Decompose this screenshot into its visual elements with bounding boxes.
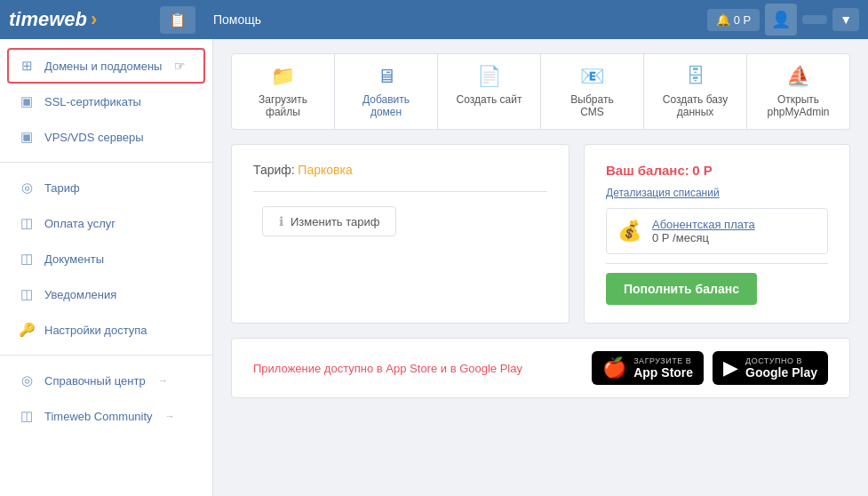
ssl-icon: ▣ — [18, 93, 36, 109]
sidebar-item-documents-label: Документы — [44, 252, 104, 266]
googleplay-text: Доступно в Google Play — [745, 356, 817, 380]
footer-text: Приложение доступно в App Store и в Goog… — [253, 362, 522, 375]
help-label: Помощь — [204, 12, 698, 27]
subscription-name[interactable]: Абонентская плата — [652, 218, 755, 231]
community-arrow: → — [165, 411, 175, 421]
googleplay-sub: Доступно в — [745, 356, 817, 365]
phpmyadmin-icon: ⛵ — [786, 65, 810, 88]
apple-icon: 🍎 — [602, 356, 626, 380]
documents-icon: ◫ — [18, 251, 36, 267]
sidebar-item-vps-label: VPS/VDS серверы — [44, 131, 144, 144]
balance-amount: 0 Р — [692, 163, 713, 178]
action-upload[interactable]: 📁 Загрузитьфайлы — [232, 54, 335, 129]
action-create-db[interactable]: 🗄 Создать базуданных — [644, 54, 747, 129]
header-right: 🔔 0 Р 👤 ▼ — [707, 4, 859, 36]
balance-value: 0 Р — [734, 13, 752, 27]
domains-icon: ⊞ — [18, 58, 36, 74]
sidebar-item-ssl-label: SSL-сертификаты — [44, 95, 141, 108]
sidebar-item-domains[interactable]: ⊞ Домены и поддомены — [7, 48, 205, 84]
payment-icon: ◫ — [18, 215, 36, 231]
header-dropdown-btn[interactable]: ▼ — [832, 8, 859, 31]
main-content: 📁 Загрузитьфайлы 🖥 Добавитьдомен 📄 Созда… — [213, 39, 868, 496]
action-phpmyadmin-label: ОткрытьphpMyAdmin — [767, 93, 829, 118]
info-icon: ℹ — [279, 214, 283, 228]
subscription-price: 0 Р /месяц — [652, 231, 755, 244]
tariff-label: Тариф: — [253, 163, 295, 177]
tariff-card: Тариф: Парковка ℹ Изменить тариф — [231, 144, 569, 324]
sidebar-item-community[interactable]: ◫ Timeweb Community → — [0, 398, 212, 434]
action-choose-cms-label: Выбрать CMS — [559, 93, 625, 118]
add-domain-icon: 🖥 — [377, 65, 396, 88]
notes-icon: 📋 — [169, 12, 187, 28]
googleplay-name: Google Play — [745, 365, 817, 380]
balance-card: Ваш баланс: 0 Р Детализация списаний 💰 А… — [584, 144, 850, 324]
tariff-name: Парковка — [298, 163, 352, 177]
header-balance: 🔔 0 Р — [707, 9, 760, 31]
username-display — [802, 15, 827, 24]
change-tariff-label: Изменить тариф — [291, 215, 379, 228]
action-upload-label: Загрузитьфайлы — [259, 93, 307, 118]
tariff-title: Тариф: Парковка — [253, 163, 547, 177]
sidebar-divider-2 — [0, 355, 212, 356]
action-add-domain[interactable]: 🖥 Добавитьдомен — [335, 54, 438, 129]
store-badges: 🍎 Загрузите в App Store ▶ Доступно в Goo… — [592, 351, 828, 385]
avatar: 👤 — [765, 4, 797, 36]
topup-button[interactable]: Пополнить баланс — [606, 273, 757, 305]
googleplay-icon: ▶ — [723, 356, 738, 380]
sidebar-item-access-label: Настройки доступа — [44, 324, 147, 337]
action-create-site-label: Создать сайт — [457, 93, 522, 106]
upload-icon: 📁 — [271, 65, 295, 88]
action-create-site[interactable]: 📄 Создать сайт — [438, 54, 541, 129]
vps-icon: ▣ — [18, 129, 36, 145]
sidebar-item-documents[interactable]: ◫ Документы — [0, 241, 212, 276]
googleplay-badge[interactable]: ▶ Доступно в Google Play — [713, 351, 828, 385]
access-icon: 🔑 — [18, 322, 36, 338]
appstore-sub: Загрузите в — [633, 356, 693, 365]
sidebar-item-payment[interactable]: ◫ Оплата услуг — [0, 205, 212, 241]
sidebar-item-tariff[interactable]: ◎ Тариф — [0, 170, 212, 205]
choose-cms-icon: 📧 — [580, 65, 604, 88]
sidebar-item-notifications[interactable]: ◫ Уведомления — [0, 276, 212, 312]
create-site-icon: 📄 — [477, 65, 501, 88]
balance-detail-link[interactable]: Детализация списаний — [606, 187, 828, 199]
appstore-text: Загрузите в App Store — [633, 356, 693, 380]
footer-bar: Приложение доступно в App Store и в Goog… — [231, 338, 850, 398]
notifications-icon: ◫ — [18, 286, 36, 302]
help-arrow: → — [158, 375, 168, 386]
sidebar-item-ssl[interactable]: ▣ SSL-сертификаты — [0, 84, 212, 119]
logo-arrow: › — [91, 8, 97, 31]
help-icon: ◎ — [18, 372, 36, 388]
appstore-badge[interactable]: 🍎 Загрузите в App Store — [592, 351, 704, 385]
sidebar-section-main: ⊞ Домены и поддомены ▣ SSL-сертификаты ▣… — [0, 48, 212, 155]
sidebar-item-access[interactable]: 🔑 Настройки доступа — [0, 312, 212, 348]
action-choose-cms[interactable]: 📧 Выбрать CMS — [541, 54, 644, 129]
change-tariff-btn[interactable]: ℹ Изменить тариф — [262, 206, 396, 236]
action-add-domain-label: Добавитьдомен — [362, 93, 410, 118]
sidebar-item-notifications-label: Уведомления — [44, 288, 116, 301]
logo: timeweb › — [9, 8, 151, 31]
action-bar: 📁 Загрузитьфайлы 🖥 Добавитьдомен 📄 Созда… — [231, 53, 850, 130]
tariff-divider — [253, 191, 547, 192]
balance-header: Ваш баланс: 0 Р — [606, 163, 828, 178]
sidebar-item-help[interactable]: ◎ Справочный центр → — [0, 363, 212, 398]
sidebar-item-community-label: Timeweb Community — [44, 410, 153, 423]
tariff-icon: ◎ — [18, 180, 36, 196]
user-icon: 👤 — [771, 10, 791, 29]
header: timeweb › 📋 Помощь 🔔 0 Р 👤 ▼ — [0, 0, 868, 39]
balance-title: Ваш баланс: — [606, 163, 689, 178]
sidebar-item-help-label: Справочный центр — [44, 374, 146, 388]
sidebar-divider-1 — [0, 162, 212, 163]
balance-divider — [606, 263, 828, 264]
subscription-icon: 💰 — [617, 220, 641, 243]
content-row: Тариф: Парковка ℹ Изменить тариф Ваш бал… — [231, 144, 850, 324]
sidebar-item-vps[interactable]: ▣ VPS/VDS серверы — [0, 119, 212, 155]
sidebar-section-support: ◎ Справочный центр → ◫ Timeweb Community… — [0, 363, 212, 434]
sidebar-section-account: ◎ Тариф ◫ Оплата услуг ◫ Документы ◫ Уве… — [0, 170, 212, 348]
subscription-info: Абонентская плата 0 Р /месяц — [652, 218, 755, 244]
sidebar: ⊞ Домены и поддомены ▣ SSL-сертификаты ▣… — [0, 39, 213, 496]
action-phpmyadmin[interactable]: ⛵ ОткрытьphpMyAdmin — [747, 54, 849, 129]
layout: ⊞ Домены и поддомены ▣ SSL-сертификаты ▣… — [0, 39, 868, 496]
notes-icon-btn[interactable]: 📋 — [160, 6, 195, 34]
sidebar-item-tariff-label: Тариф — [44, 181, 80, 195]
action-create-db-label: Создать базуданных — [663, 93, 728, 118]
